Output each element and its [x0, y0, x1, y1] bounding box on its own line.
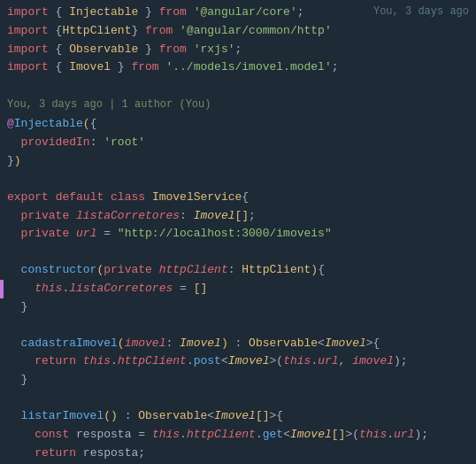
code-line-9: }) — [0, 152, 476, 171]
code-line-11: export default class ImovelService { — [0, 189, 476, 207]
code-line-20: return this . httpClient . post < Imovel… — [0, 352, 476, 371]
timestamp-badge: You, 3 days ago — [373, 4, 469, 20]
code-line-19: cadastraImovel ( imovel : Imovel ) : Obs… — [0, 335, 476, 353]
empty-line-10 — [0, 171, 476, 189]
code-line-8: providedIn : 'root' — [0, 134, 476, 152]
code-line-12: private listaCorretores : Imovel [] ; — [0, 207, 476, 226]
code-editor: You, 3 days ago import { Injectable } fr… — [0, 0, 476, 464]
blame-info: You, 3 days ago | 1 author (You) — [0, 95, 476, 115]
code-line-13: private url = "http://localhost:3000/imo… — [0, 225, 476, 244]
code-line-7: @Injectable({ — [0, 115, 476, 134]
code-line-25: return resposta ; — [0, 445, 476, 463]
code-line-2: import { HttpClient } from '@angular/com… — [0, 22, 476, 41]
code-line-17: } — [0, 298, 476, 317]
token-import: import — [7, 4, 49, 22]
code-line-3: import { Observable } from 'rxjs' ; — [0, 41, 476, 59]
code-line-23: listarImovel () : Observable < Imovel []… — [0, 407, 476, 426]
empty-line-22 — [0, 390, 476, 407]
empty-line-18 — [0, 317, 476, 335]
code-line-24: const resposta = this . httpClient . get… — [0, 426, 476, 445]
code-line-4: import { Imovel } from '../models/imovel… — [0, 58, 476, 77]
code-line-16: this . listaCorretores = [] — [0, 280, 476, 298]
empty-line-5 — [0, 77, 476, 95]
empty-line-14 — [0, 244, 476, 261]
code-line-15: constructor ( private httpClient : HttpC… — [0, 261, 476, 280]
code-line-21: } — [0, 371, 476, 390]
